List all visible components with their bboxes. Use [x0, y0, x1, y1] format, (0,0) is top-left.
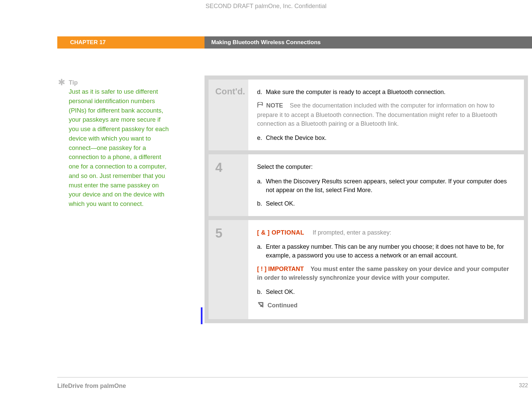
note-label: NOTE — [266, 102, 283, 109]
optional-prefix: [ & ] OPTIONAL — [257, 229, 304, 236]
step-body-5: [ & ] OPTIONAL If prompted, enter a pass… — [248, 220, 524, 319]
tip-star-icon: ✱ — [58, 77, 65, 88]
optional-line: [ & ] OPTIONAL If prompted, enter a pass… — [257, 228, 515, 237]
list-text: Enter a passkey number. This can be any … — [266, 242, 515, 260]
step-number-5: 5 — [209, 220, 248, 319]
step-contd: Cont'd. d. Make sure the computer is rea… — [209, 80, 524, 150]
list-text: Select OK. — [266, 199, 515, 208]
important-line: [ ! ] IMPORTANT You must enter the same … — [257, 265, 515, 282]
list-letter: a. — [257, 242, 266, 260]
step-body-contd: d. Make sure the computer is ready to ac… — [248, 80, 524, 150]
revision-change-bar — [201, 307, 202, 324]
list-letter: a. — [257, 177, 266, 194]
tip-label: Tip — [69, 79, 170, 86]
list-text: Select OK. — [266, 287, 515, 296]
step-body-4: Select the computer: a. When the Discove… — [248, 154, 524, 216]
tip-sidebar: ✱ Tip Just as it is safer to use differe… — [59, 79, 170, 209]
footer-rule — [57, 377, 528, 377]
list-item: a. When the Discovery Results screen app… — [257, 177, 515, 194]
note-body: See the documentation included with the … — [257, 102, 497, 127]
list-letter: b. — [257, 287, 266, 296]
page-footer: LifeDrive from palmOne 322 — [57, 383, 528, 390]
footer-page-number: 322 — [519, 383, 528, 390]
list-item: a. Enter a passkey number. This can be a… — [257, 242, 515, 260]
note-paragraph: NOTE See the documentation included with… — [257, 101, 515, 128]
note-flag-icon — [257, 102, 263, 111]
list-letter: b. — [257, 199, 266, 208]
optional-body: If prompted, enter a passkey: — [313, 229, 391, 236]
tip-body: Just as it is safer to use different per… — [69, 87, 170, 209]
continued-label: Continued — [268, 302, 298, 309]
list-item: d. Make sure the computer is ready to ac… — [257, 88, 515, 96]
footer-product: LifeDrive from palmOne — [57, 383, 126, 390]
chapter-label: CHAPTER 17 — [57, 36, 205, 49]
list-text: Make sure the computer is ready to accep… — [266, 88, 515, 96]
list-item: e. Check the Device box. — [257, 133, 515, 142]
list-text: Check the Device box. — [266, 133, 515, 142]
list-item: b. Select OK. — [257, 287, 515, 296]
step-intro: Select the computer: — [257, 162, 515, 171]
step-5: 5 [ & ] OPTIONAL If prompted, enter a pa… — [209, 220, 524, 319]
chapter-header-bar: CHAPTER 17 Making Bluetooth Wireless Con… — [57, 36, 532, 49]
step-4: 4 Select the computer: a. When the Disco… — [209, 154, 524, 216]
important-prefix: [ ! ] IMPORTANT — [257, 266, 304, 272]
list-letter: d. — [257, 88, 266, 96]
chapter-title: Making Bluetooth Wireless Connections — [205, 36, 532, 49]
steps-container: Cont'd. d. Make sure the computer is rea… — [205, 75, 528, 323]
confidential-header: SECOND DRAFT palmOne, Inc. Confidential — [0, 3, 532, 10]
list-item: b. Select OK. — [257, 199, 515, 208]
continued-row: Continued — [257, 301, 515, 311]
continued-arrow-icon — [257, 302, 264, 311]
list-text: When the Discovery Results screen appear… — [266, 177, 515, 194]
step-label-contd: Cont'd. — [209, 80, 248, 150]
step-number-4: 4 — [209, 154, 248, 216]
list-letter: e. — [257, 133, 266, 142]
